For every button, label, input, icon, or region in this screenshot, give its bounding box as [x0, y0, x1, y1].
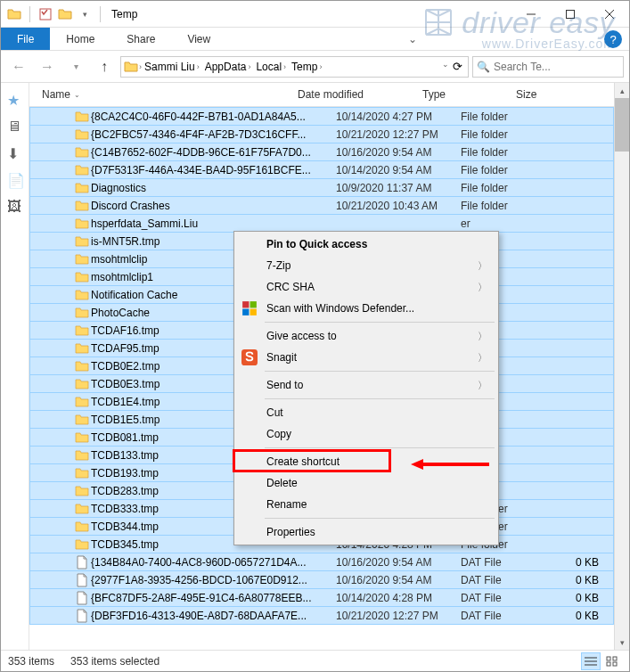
folder-icon	[73, 217, 91, 231]
search-icon: 🔍	[477, 61, 490, 73]
file-type: DAT File	[461, 574, 554, 586]
folder-icon	[73, 181, 91, 195]
title-bar: ▾ Temp	[1, 1, 629, 28]
search-box[interactable]: 🔍	[472, 56, 624, 78]
pictures-icon[interactable]: 🖼	[7, 199, 23, 215]
up-button[interactable]: ↑	[92, 54, 117, 79]
file-row[interactable]: Discord Crashes10/21/2020 10:43 AMFile f…	[29, 196, 614, 215]
scroll-up-icon[interactable]: ▴	[615, 83, 629, 98]
documents-icon[interactable]: 📄	[7, 172, 23, 188]
file-row[interactable]: {BFC87DF5-2A8F-495E-91C4-6A80778EEB...10…	[29, 588, 614, 607]
qat-customize-icon[interactable]: ▾	[77, 6, 93, 22]
folder-icon	[73, 502, 91, 516]
column-type[interactable]: Type	[417, 88, 511, 101]
file-row[interactable]: Diagnostics10/9/2020 11:37 AMFile folder	[29, 178, 614, 197]
menu-pin-quick-access[interactable]: Pin to Quick access	[236, 234, 496, 255]
details-view-button[interactable]	[581, 652, 601, 670]
file-name: {8CA2C4C0-46F0-442F-B7B1-0AD1A84A5...	[91, 111, 336, 123]
breadcrumb-segment[interactable]: AppData›	[202, 61, 254, 73]
submenu-arrow-icon: 〉	[478, 330, 487, 343]
folder-icon	[73, 395, 91, 409]
file-row[interactable]: {2977F1A8-3935-4256-BDCD-1067E0D912...10…	[29, 570, 614, 589]
tab-share[interactable]: Share	[110, 28, 171, 50]
forward-button[interactable]: →	[35, 54, 60, 79]
refresh-icon[interactable]: ⟳	[453, 60, 462, 73]
menu-snagit[interactable]: Snagit〉	[236, 347, 496, 368]
downloads-icon[interactable]: ⬇	[7, 145, 23, 161]
large-icons-view-button[interactable]	[602, 652, 622, 670]
status-items-total: 353 items	[8, 655, 54, 668]
file-row[interactable]: hsperfdata_Sammi.Liuer	[29, 214, 614, 233]
folder-icon	[73, 520, 91, 534]
column-name[interactable]: Name⌄	[29, 88, 292, 101]
folder-icon	[73, 341, 91, 356]
desktop-icon[interactable]: 🖥	[7, 119, 23, 135]
close-button[interactable]	[590, 1, 629, 28]
file-row[interactable]: {C14B7652-602F-4DDB-96CE-61F75FA7D0...10…	[29, 143, 614, 161]
menu-defender[interactable]: Scan with Windows Defender...	[236, 298, 496, 319]
file-name: {134B84A0-7400-4AC8-960D-0657271D4A...	[91, 556, 336, 569]
folder-icon	[73, 288, 91, 302]
folder-icon	[73, 252, 91, 266]
submenu-arrow-icon: 〉	[478, 281, 487, 294]
svg-rect-8	[242, 309, 249, 316]
file-name: Diagnostics	[91, 182, 336, 194]
folder-icon	[73, 466, 91, 480]
maximize-button[interactable]	[551, 1, 590, 28]
breadcrumb-segment[interactable]: Sammi Liu›	[142, 61, 202, 73]
file-date: 10/21/2020 12:27 PM	[336, 610, 461, 622]
file-type: File folder	[461, 128, 554, 141]
tab-home[interactable]: Home	[50, 28, 110, 50]
menu-give-access[interactable]: Give access to〉	[236, 325, 496, 347]
annotation-arrow-icon	[411, 456, 491, 472]
help-icon[interactable]: ?	[604, 30, 622, 48]
minimize-button[interactable]	[511, 1, 551, 28]
column-size[interactable]: Size	[511, 88, 614, 101]
column-date[interactable]: Date modified	[292, 88, 417, 101]
dropdown-icon[interactable]: ⌄	[442, 60, 449, 73]
folder-icon	[73, 430, 91, 445]
menu-crc-sha[interactable]: CRC SHA〉	[236, 276, 496, 298]
menu-cut[interactable]: Cut	[236, 402, 496, 423]
ribbon-expand-icon[interactable]: ⌄	[405, 31, 421, 47]
menu-7zip[interactable]: 7-Zip〉	[236, 255, 496, 276]
back-button[interactable]: ←	[6, 54, 31, 79]
menu-delete[interactable]: Delete	[236, 472, 496, 494]
search-input[interactable]	[494, 61, 619, 73]
file-icon	[73, 591, 91, 605]
properties-icon[interactable]	[37, 6, 53, 22]
folder-icon	[73, 163, 91, 177]
file-row[interactable]: {D7F5313F-446A-434E-BA4D-95F161BCFE...10…	[29, 160, 614, 179]
tab-view[interactable]: View	[171, 28, 226, 50]
recent-locations-button[interactable]: ▾	[63, 54, 88, 79]
shield-icon	[241, 300, 258, 316]
file-date: 10/16/2020 9:54 AM	[336, 146, 461, 159]
scroll-thumb[interactable]	[615, 98, 629, 152]
scroll-down-icon[interactable]: ▾	[615, 635, 629, 650]
menu-properties[interactable]: Properties	[236, 521, 496, 543]
file-size: 0 KB	[554, 610, 613, 622]
file-name: {C14B7652-602F-4DDB-96CE-61F75FA7D0...	[91, 146, 336, 159]
menu-send-to[interactable]: Send to〉	[236, 374, 496, 396]
file-row[interactable]: {BC2FBC57-4346-4F4F-AF2B-7D3C16CFF...10/…	[29, 125, 614, 143]
menu-copy[interactable]: Copy	[236, 423, 496, 445]
context-menu: Pin to Quick access 7-Zip〉 CRC SHA〉 Scan…	[233, 231, 499, 545]
file-row[interactable]: {134B84A0-7400-4AC8-960D-0657271D4A...10…	[29, 553, 614, 571]
folder-icon	[73, 484, 91, 498]
folder-icon	[73, 377, 91, 391]
file-type: File folder	[461, 182, 554, 194]
breadcrumb-segment[interactable]: Temp›	[289, 61, 324, 73]
quick-access-icon[interactable]: ★	[7, 92, 23, 108]
file-tab[interactable]: File	[1, 28, 50, 50]
file-row[interactable]: {DBF3FD16-4313-490E-A8D7-68DAAFA7E...10/…	[29, 606, 614, 625]
file-name: {BFC87DF5-2A8F-495E-91C4-6A80778EEB...	[91, 592, 336, 604]
qat-folder-icon[interactable]	[57, 6, 73, 22]
file-date: 10/16/2020 9:54 AM	[336, 574, 461, 586]
file-row[interactable]: {8CA2C4C0-46F0-442F-B7B1-0AD1A84A5...10/…	[29, 107, 614, 126]
nav-pane[interactable]: ★ 🖥 ⬇ 📄 🖼	[1, 83, 29, 650]
file-name: hsperfdata_Sammi.Liu	[91, 217, 336, 230]
breadcrumb[interactable]: › Sammi Liu› AppData› Local› Temp› ⌄ ⟳	[120, 56, 469, 78]
menu-rename[interactable]: Rename	[236, 494, 496, 515]
breadcrumb-segment[interactable]: Local›	[253, 61, 289, 73]
vertical-scrollbar[interactable]: ▴ ▾	[614, 83, 629, 650]
